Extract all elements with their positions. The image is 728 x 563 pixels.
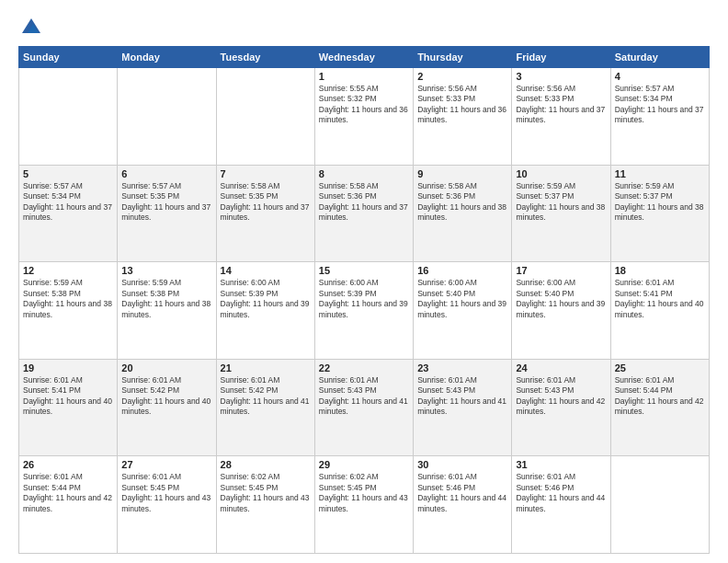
weekday-header-row: Sunday Monday Tuesday Wednesday Thursday… [19,47,710,68]
sunrise-label: Sunrise: 5:57 AM [615,84,675,93]
daylight-label: Daylight: 11 hours and 41 minutes. [417,396,506,416]
sunset-label: Sunset: 5:43 PM [417,385,475,395]
calendar: Sunday Monday Tuesday Wednesday Thursday… [18,46,710,554]
day-info: Sunrise: 5:57 AMSunset: 5:34 PMDaylight:… [23,181,113,224]
sunrise-label: Sunrise: 6:01 AM [319,375,379,385]
day-number: 1 [319,71,409,82]
calendar-cell: 11Sunrise: 5:59 AMSunset: 5:37 PMDayligh… [610,165,709,262]
day-number: 8 [319,168,409,179]
sunrise-label: Sunrise: 6:00 AM [319,278,379,287]
calendar-cell: 29Sunrise: 6:02 AMSunset: 5:45 PMDayligh… [314,456,413,554]
day-info: Sunrise: 5:59 AMSunset: 5:38 PMDaylight:… [23,278,113,320]
sunrise-label: Sunrise: 5:57 AM [23,181,83,190]
sunset-label: Sunset: 5:39 PM [221,289,279,298]
calendar-cell: 12Sunrise: 5:59 AMSunset: 5:38 PMDayligh… [19,262,118,360]
calendar-cell [118,68,216,166]
sunrise-label: Sunrise: 5:58 AM [221,181,280,190]
day-number: 31 [516,459,606,470]
calendar-cell [19,68,118,166]
day-number: 29 [319,459,409,470]
day-info: Sunrise: 5:56 AMSunset: 5:33 PMDaylight:… [417,84,507,126]
calendar-cell: 9Sunrise: 5:58 AMSunset: 5:36 PMDaylight… [414,165,512,262]
sunrise-label: Sunrise: 5:59 AM [516,181,575,190]
daylight-label: Daylight: 11 hours and 37 minutes. [221,202,310,222]
daylight-label: Daylight: 11 hours and 38 minutes. [417,202,506,222]
sunrise-label: Sunrise: 6:01 AM [221,375,280,385]
sunset-label: Sunset: 5:33 PM [417,94,475,103]
daylight-label: Daylight: 11 hours and 38 minutes. [516,202,605,222]
daylight-label: Daylight: 11 hours and 37 minutes. [516,105,605,124]
daylight-label: Daylight: 11 hours and 36 minutes. [319,105,408,124]
day-number: 23 [417,362,507,373]
daylight-label: Daylight: 11 hours and 40 minutes. [121,396,210,416]
day-number: 17 [516,265,606,276]
sunset-label: Sunset: 5:35 PM [221,191,279,201]
day-number: 3 [516,71,606,82]
header-sunday: Sunday [19,47,118,68]
logo-text [18,17,42,39]
calendar-cell: 31Sunrise: 6:01 AMSunset: 5:46 PMDayligh… [512,456,610,554]
day-number: 2 [417,71,507,82]
day-number: 28 [221,459,311,470]
sunrise-label: Sunrise: 5:58 AM [319,181,379,190]
sunrise-label: Sunrise: 6:01 AM [121,375,181,385]
day-info: Sunrise: 5:58 AMSunset: 5:36 PMDaylight:… [319,181,409,224]
calendar-cell: 14Sunrise: 6:00 AMSunset: 5:39 PMDayligh… [216,262,314,360]
calendar-cell: 22Sunrise: 6:01 AMSunset: 5:43 PMDayligh… [314,359,413,456]
sunset-label: Sunset: 5:36 PM [417,191,475,201]
sunset-label: Sunset: 5:33 PM [516,94,574,103]
sunrise-label: Sunrise: 5:55 AM [319,84,379,93]
sunset-label: Sunset: 5:37 PM [615,191,673,201]
day-number: 5 [23,168,113,179]
day-number: 19 [23,362,113,373]
calendar-cell: 5Sunrise: 5:57 AMSunset: 5:34 PMDaylight… [19,165,118,262]
daylight-label: Daylight: 11 hours and 37 minutes. [319,202,408,222]
sunset-label: Sunset: 5:45 PM [121,483,179,492]
daylight-label: Daylight: 11 hours and 42 minutes. [615,396,704,416]
sunrise-label: Sunrise: 6:01 AM [23,375,83,385]
calendar-cell [610,456,709,554]
header [18,17,710,39]
day-number: 13 [121,265,211,276]
day-info: Sunrise: 6:01 AMSunset: 5:44 PMDaylight:… [23,472,113,514]
sunset-label: Sunset: 5:34 PM [615,94,673,103]
day-number: 9 [417,168,507,179]
day-info: Sunrise: 6:01 AMSunset: 5:43 PMDaylight:… [319,375,409,418]
sunset-label: Sunset: 5:32 PM [319,94,377,103]
daylight-label: Daylight: 11 hours and 39 minutes. [516,299,605,318]
header-wednesday: Wednesday [314,47,413,68]
day-info: Sunrise: 6:00 AMSunset: 5:40 PMDaylight:… [516,278,606,320]
day-info: Sunrise: 6:00 AMSunset: 5:40 PMDaylight:… [417,278,507,320]
day-number: 14 [221,265,311,276]
sunset-label: Sunset: 5:34 PM [23,191,81,201]
calendar-cell: 1Sunrise: 5:55 AMSunset: 5:32 PMDaylight… [314,68,413,166]
day-info: Sunrise: 6:01 AMSunset: 5:42 PMDaylight:… [221,375,311,418]
calendar-cell: 30Sunrise: 6:01 AMSunset: 5:46 PMDayligh… [414,456,512,554]
day-number: 7 [221,168,311,179]
day-number: 24 [516,362,606,373]
calendar-week-row: 12Sunrise: 5:59 AMSunset: 5:38 PMDayligh… [19,262,710,360]
sunrise-label: Sunrise: 6:01 AM [23,472,83,481]
daylight-label: Daylight: 11 hours and 40 minutes. [23,396,112,416]
day-info: Sunrise: 5:59 AMSunset: 5:38 PMDaylight:… [121,278,211,320]
header-monday: Monday [118,47,216,68]
calendar-cell: 10Sunrise: 5:59 AMSunset: 5:37 PMDayligh… [512,165,610,262]
daylight-label: Daylight: 11 hours and 37 minutes. [615,105,704,124]
daylight-label: Daylight: 11 hours and 39 minutes. [221,299,310,318]
calendar-cell: 8Sunrise: 5:58 AMSunset: 5:36 PMDaylight… [314,165,413,262]
sunrise-label: Sunrise: 6:01 AM [516,375,575,385]
daylight-label: Daylight: 11 hours and 38 minutes. [23,299,112,318]
sunset-label: Sunset: 5:43 PM [319,385,377,395]
calendar-cell: 28Sunrise: 6:02 AMSunset: 5:45 PMDayligh… [216,456,314,554]
sunset-label: Sunset: 5:39 PM [319,289,377,298]
sunset-label: Sunset: 5:36 PM [319,191,377,201]
sunrise-label: Sunrise: 6:01 AM [516,472,575,481]
calendar-cell: 27Sunrise: 6:01 AMSunset: 5:45 PMDayligh… [118,456,216,554]
daylight-label: Daylight: 11 hours and 42 minutes. [23,493,112,512]
day-number: 12 [23,265,113,276]
sunset-label: Sunset: 5:40 PM [417,289,475,298]
calendar-cell: 21Sunrise: 6:01 AMSunset: 5:42 PMDayligh… [216,359,314,456]
header-friday: Friday [512,47,610,68]
sunset-label: Sunset: 5:43 PM [516,385,574,395]
daylight-label: Daylight: 11 hours and 39 minutes. [319,299,408,318]
